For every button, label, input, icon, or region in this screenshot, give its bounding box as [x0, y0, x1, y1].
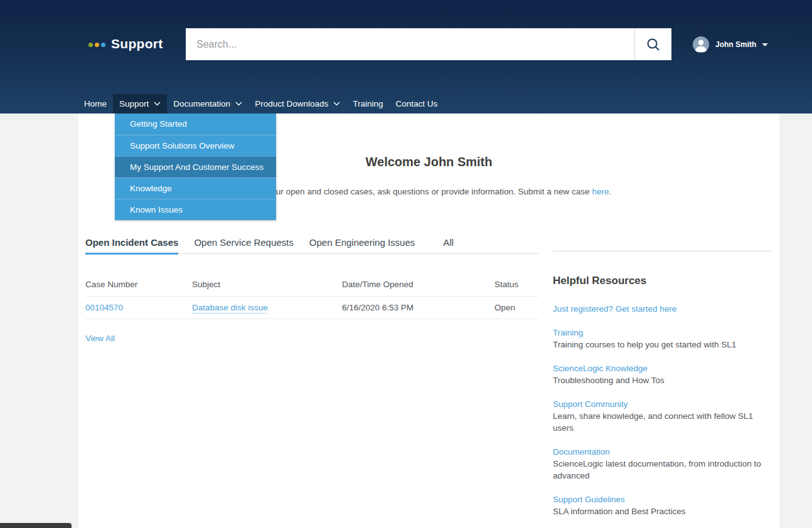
user-name: John Smith — [715, 40, 756, 49]
resource-description: Learn, share knowledge, and connect with… — [553, 410, 772, 434]
case-tabs: Open Incident Cases Open Service Request… — [85, 237, 538, 254]
nav-item-home[interactable]: Home — [78, 94, 113, 114]
resource-link[interactable]: Support Community — [553, 399, 628, 409]
resource-description: ScienceLogic latest documentation, from … — [553, 458, 772, 482]
cases-table: Case Number Subject Date/Time Opened Sta… — [85, 280, 538, 319]
chevron-down-icon — [235, 102, 242, 106]
resource-item-get-started: Just registered? Get started here — [553, 303, 772, 315]
case-opened-value: 6/16/2020 6:53 PM — [342, 303, 494, 312]
helpful-resources-panel: Helpful Resources Just registered? Get s… — [553, 251, 772, 528]
tab-open-incident-cases[interactable]: Open Incident Cases — [85, 237, 178, 255]
resource-item-sciencelogic-knowledge: ScienceLogic Knowledge Troubleshooting a… — [553, 362, 772, 386]
search-bar — [186, 28, 671, 60]
nav-item-support[interactable]: Support — [113, 94, 167, 114]
view-all-link[interactable]: View All — [85, 334, 115, 343]
dropdown-item-getting-started[interactable]: Getting Started — [115, 114, 276, 135]
user-menu[interactable]: John Smith — [693, 36, 768, 53]
resource-item-documentation: Documentation ScienceLogic latest docume… — [553, 446, 772, 482]
resource-description: Troubleshooting and How Tos — [553, 374, 772, 386]
resource-link[interactable]: Just registered? Get started here — [553, 304, 676, 314]
resource-link[interactable]: ScienceLogic Knowledge — [553, 364, 648, 373]
table-row: 00104570 Database disk issue 6/16/2020 6… — [85, 297, 538, 319]
chevron-down-icon — [154, 102, 161, 106]
table-header-row: Case Number Subject Date/Time Opened Sta… — [85, 280, 538, 297]
column-header-case-number: Case Number — [85, 280, 192, 289]
case-number-link[interactable]: 00104570 — [85, 303, 123, 312]
intro-text: View your open and closed cases, ask que… — [247, 187, 592, 196]
nav-item-training[interactable]: Training — [346, 94, 389, 114]
resource-item-support-community: Support Community Learn, share knowledge… — [553, 398, 772, 434]
primary-nav: Home Support Documentation Product Downl… — [78, 94, 444, 114]
resource-description: SLA information and Best Practices — [553, 505, 772, 517]
resource-description: Training courses to help you get started… — [553, 339, 772, 351]
support-dropdown-menu: Getting Started Support Solutions Overvi… — [115, 114, 276, 220]
chevron-down-icon — [333, 102, 340, 106]
logo-text: Support — [111, 36, 163, 51]
cases-section: Open Incident Cases Open Service Request… — [85, 237, 538, 344]
tab-open-engineering-issues[interactable]: Open Engineering Issues — [309, 237, 415, 255]
nav-item-product-downloads[interactable]: Product Downloads — [248, 94, 346, 114]
site-header: Support John Smith Home Support — [0, 0, 812, 114]
tab-open-service-requests[interactable]: Open Service Requests — [194, 237, 293, 255]
submit-new-case-link[interactable]: here — [592, 187, 609, 196]
dropdown-item-known-issues[interactable]: Known Issues — [115, 199, 276, 220]
nav-item-contact-us[interactable]: Contact Us — [389, 94, 444, 114]
search-icon — [646, 37, 661, 52]
resource-item-support-guidelines: Support Guidelines SLA information and B… — [553, 494, 772, 517]
resource-item-training: Training Training courses to help you ge… — [553, 327, 772, 351]
resource-link[interactable]: Support Guidelines — [553, 495, 625, 504]
case-subject-link[interactable]: Database disk issue — [192, 303, 268, 312]
case-status-value: Open — [494, 303, 538, 312]
dropdown-item-my-support-and-customer-success[interactable]: My Support And Customer Success — [115, 156, 276, 177]
search-input[interactable] — [186, 28, 634, 60]
dropdown-item-support-solutions-overview[interactable]: Support Solutions Overview — [115, 135, 276, 156]
user-caret-icon — [762, 43, 768, 46]
column-header-subject: Subject — [192, 280, 342, 289]
search-button[interactable] — [634, 28, 671, 60]
resource-link[interactable]: Training — [553, 328, 583, 337]
intro-suffix: . — [609, 187, 611, 196]
resource-link[interactable]: Documentation — [553, 447, 610, 457]
resource-list: Just registered? Get started here Traini… — [553, 303, 772, 528]
column-header-status: Status — [494, 280, 538, 289]
helpful-resources-title: Helpful Resources — [553, 275, 772, 287]
support-logo[interactable]: Support — [88, 35, 163, 53]
browser-status-bubble — [0, 523, 72, 528]
column-header-date-time-opened: Date/Time Opened — [342, 280, 494, 289]
nav-item-documentation[interactable]: Documentation — [167, 94, 248, 114]
dropdown-item-knowledge[interactable]: Knowledge — [115, 177, 276, 199]
tab-all[interactable]: All — [443, 237, 454, 255]
user-avatar-icon — [693, 36, 709, 53]
logo-dots-icon — [88, 43, 105, 47]
